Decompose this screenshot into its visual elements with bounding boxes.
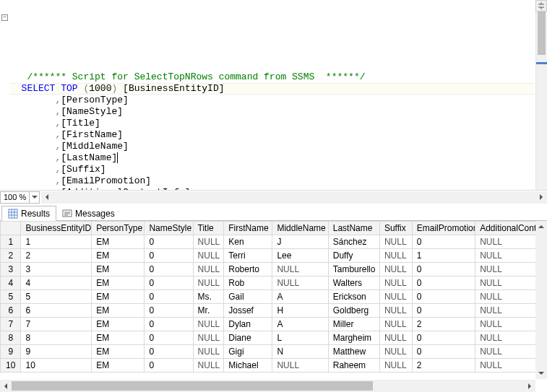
table-row[interactable]: 55EM0Ms.GailAEricksonNULL0NULL: [1, 290, 548, 304]
chevron-down-icon[interactable]: [29, 192, 39, 203]
cell[interactable]: Gigi: [224, 345, 272, 359]
cell[interactable]: NULL: [193, 359, 224, 373]
cell[interactable]: 0: [145, 235, 193, 249]
row-number[interactable]: 5: [1, 290, 21, 304]
cell[interactable]: 4: [21, 276, 92, 290]
cell[interactable]: Tamburello: [328, 263, 379, 276]
cell[interactable]: 0: [145, 345, 193, 359]
cell[interactable]: 8: [21, 331, 92, 345]
row-number[interactable]: 3: [1, 263, 21, 276]
cell[interactable]: 0: [145, 263, 193, 276]
cell[interactable]: NULL: [193, 318, 224, 331]
column-header[interactable]: PersonType: [92, 222, 145, 235]
cell[interactable]: 0: [145, 304, 193, 318]
cell[interactable]: Diane: [224, 331, 272, 345]
grid-vertical-scrollbar[interactable]: [535, 221, 547, 379]
cell[interactable]: Miller: [328, 318, 379, 331]
cell[interactable]: 0: [412, 345, 475, 359]
cell[interactable]: 1: [21, 235, 92, 249]
cell[interactable]: Lee: [272, 249, 328, 263]
cell[interactable]: Erickson: [328, 290, 379, 304]
column-header[interactable]: Suffix: [379, 222, 412, 235]
cell[interactable]: Dylan: [224, 318, 272, 331]
cell[interactable]: NULL: [379, 249, 412, 263]
cell[interactable]: 0: [145, 359, 193, 373]
column-header[interactable]: MiddleName: [272, 222, 328, 235]
cell[interactable]: A: [272, 290, 328, 304]
cell[interactable]: 3: [21, 263, 92, 276]
editor-horizontal-scrollbar[interactable]: [41, 191, 547, 204]
cell[interactable]: 0: [412, 276, 475, 290]
cell[interactable]: EM: [92, 359, 145, 373]
column-header[interactable]: FirstName: [224, 222, 272, 235]
cell[interactable]: EM: [92, 345, 145, 359]
scroll-right-button[interactable]: [535, 191, 547, 204]
cell[interactable]: H: [272, 304, 328, 318]
cell[interactable]: EM: [92, 249, 145, 263]
cell[interactable]: Raheem: [328, 359, 379, 373]
cell[interactable]: Mr.: [193, 304, 224, 318]
table-row[interactable]: 33EM0NULLRobertoNULLTamburelloNULL0NULL: [1, 263, 548, 276]
cell[interactable]: 0: [412, 263, 475, 276]
row-number[interactable]: 7: [1, 318, 21, 331]
tab-messages[interactable]: Messages: [56, 206, 121, 220]
cell[interactable]: Duffy: [328, 249, 379, 263]
row-number[interactable]: 2: [1, 249, 21, 263]
cell[interactable]: NULL: [193, 276, 224, 290]
cell[interactable]: NULL: [379, 304, 412, 318]
sql-editor[interactable]: − /****** Script for SelectTopNRows comm…: [0, 0, 547, 190]
cell[interactable]: 1: [412, 249, 475, 263]
scroll-left-button[interactable]: [41, 191, 53, 204]
table-row[interactable]: 11EM0NULLKenJSánchezNULL0NULL: [1, 235, 548, 249]
cell[interactable]: NULL: [193, 331, 224, 345]
row-number[interactable]: 9: [1, 345, 21, 359]
cell[interactable]: 0: [412, 331, 475, 345]
cell[interactable]: 0: [412, 304, 475, 318]
cell[interactable]: L: [272, 331, 328, 345]
cell[interactable]: Ms.: [193, 290, 224, 304]
cell[interactable]: EM: [92, 331, 145, 345]
cell[interactable]: NULL: [193, 263, 224, 276]
cell[interactable]: 7: [21, 318, 92, 331]
table-row[interactable]: 77EM0NULLDylanAMillerNULL2NULL: [1, 318, 548, 331]
cell[interactable]: Gail: [224, 290, 272, 304]
cell[interactable]: Terri: [224, 249, 272, 263]
column-header[interactable]: EmailPromotion: [412, 222, 475, 235]
cell[interactable]: Goldberg: [328, 304, 379, 318]
cell[interactable]: 0: [412, 235, 475, 249]
row-header-corner[interactable]: [1, 222, 21, 235]
cell[interactable]: 2: [412, 359, 475, 373]
table-row[interactable]: 88EM0NULLDianeLMargheimNULL0NULL: [1, 331, 548, 345]
cell[interactable]: 0: [145, 290, 193, 304]
tab-results[interactable]: Results: [1, 206, 56, 221]
cell[interactable]: EM: [92, 235, 145, 249]
cell[interactable]: EM: [92, 290, 145, 304]
cell[interactable]: NULL: [379, 318, 412, 331]
cell[interactable]: Sánchez: [328, 235, 379, 249]
table-row[interactable]: 44EM0NULLRobNULLWaltersNULL0NULL: [1, 276, 548, 290]
cell[interactable]: Margheim: [328, 331, 379, 345]
cell[interactable]: NULL: [379, 263, 412, 276]
cell[interactable]: NULL: [379, 331, 412, 345]
cell[interactable]: Matthew: [328, 345, 379, 359]
column-header[interactable]: Title: [193, 222, 224, 235]
cell[interactable]: A: [272, 318, 328, 331]
cell[interactable]: Walters: [328, 276, 379, 290]
cell[interactable]: J: [272, 235, 328, 249]
cell[interactable]: 0: [145, 318, 193, 331]
cell[interactable]: NULL: [193, 249, 224, 263]
zoom-combo[interactable]: 100 %: [0, 191, 40, 204]
cell[interactable]: Jossef: [224, 304, 272, 318]
table-row[interactable]: 99EM0NULLGigiNMatthewNULL0NULL: [1, 345, 548, 359]
cell[interactable]: EM: [92, 318, 145, 331]
cell[interactable]: NULL: [379, 345, 412, 359]
cell[interactable]: EM: [92, 276, 145, 290]
row-number[interactable]: 4: [1, 276, 21, 290]
cell[interactable]: 9: [21, 345, 92, 359]
cell[interactable]: N: [272, 345, 328, 359]
cell[interactable]: Michael: [224, 359, 272, 373]
cell[interactable]: NULL: [272, 276, 328, 290]
cell[interactable]: Rob: [224, 276, 272, 290]
table-row[interactable]: 1010EM0NULLMichaelNULLRaheemNULL2NULL: [1, 359, 548, 373]
cell[interactable]: NULL: [193, 345, 224, 359]
